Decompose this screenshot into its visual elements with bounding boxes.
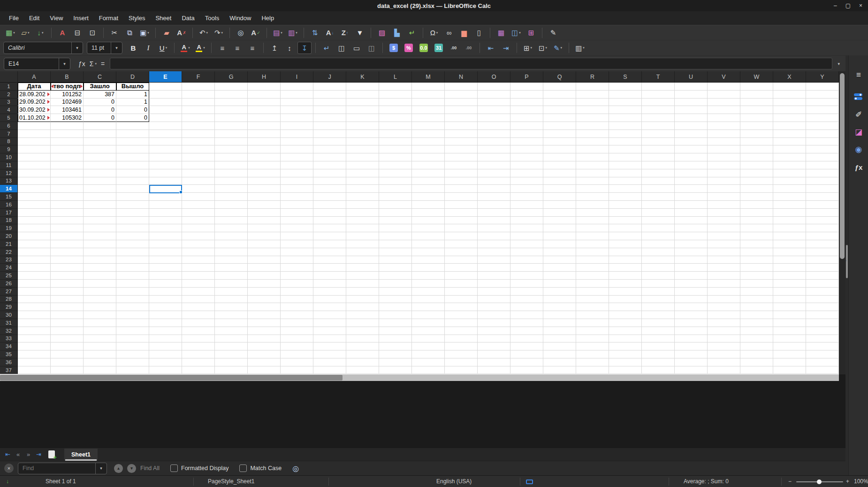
- cell-E8[interactable]: [149, 138, 182, 146]
- cell-Q16[interactable]: [543, 201, 576, 209]
- headers-footers-icon[interactable]: ▯: [472, 27, 486, 39]
- split-window-icon[interactable]: ◫▾: [509, 27, 523, 39]
- cell-H28[interactable]: [248, 296, 281, 304]
- cell-K16[interactable]: [346, 201, 379, 209]
- cell-A15[interactable]: [18, 193, 51, 201]
- cell-R15[interactable]: [576, 193, 609, 201]
- close-icon[interactable]: ×: [859, 2, 862, 9]
- cell-L5[interactable]: [379, 114, 412, 122]
- cell-U27[interactable]: [675, 288, 708, 296]
- cell-B15[interactable]: [51, 193, 84, 201]
- font-color-icon[interactable]: A▾: [178, 42, 192, 54]
- cell-M11[interactable]: [412, 161, 445, 169]
- cell-A3[interactable]: 29.09.202: [18, 99, 51, 107]
- cell-J18[interactable]: [313, 217, 346, 225]
- cell-X19[interactable]: [773, 224, 806, 232]
- cell-X7[interactable]: [773, 130, 806, 138]
- cell-V29[interactable]: [708, 303, 740, 311]
- cell-B10[interactable]: [51, 153, 84, 161]
- cell-Q2[interactable]: [543, 91, 576, 99]
- cell-T20[interactable]: [642, 232, 675, 240]
- cell-V9[interactable]: [708, 145, 740, 153]
- cell-U11[interactable]: [675, 161, 708, 169]
- cell-W31[interactable]: [740, 319, 773, 327]
- cell-O13[interactable]: [478, 177, 510, 185]
- cell-S15[interactable]: [609, 193, 642, 201]
- cell-C3[interactable]: 0: [84, 99, 116, 107]
- cell-L14[interactable]: [379, 185, 412, 193]
- cell-H14[interactable]: [248, 185, 281, 193]
- cell-J9[interactable]: [313, 145, 346, 153]
- cell-W3[interactable]: [740, 99, 773, 107]
- cell-G29[interactable]: [215, 303, 248, 311]
- formula-input[interactable]: [110, 58, 832, 69]
- cell-A24[interactable]: [18, 264, 51, 272]
- cell-N11[interactable]: [445, 161, 478, 169]
- cell-M16[interactable]: [412, 201, 445, 209]
- cell-S13[interactable]: [609, 177, 642, 185]
- cell-B2[interactable]: 101252: [51, 91, 84, 99]
- cell-O31[interactable]: [478, 319, 510, 327]
- cell-F11[interactable]: [182, 161, 215, 169]
- cell-G13[interactable]: [215, 177, 248, 185]
- cell-S22[interactable]: [609, 248, 642, 256]
- cell-W26[interactable]: [740, 280, 773, 288]
- cell-C11[interactable]: [84, 161, 116, 169]
- cell-P4[interactable]: [510, 106, 543, 114]
- cell-U17[interactable]: [675, 209, 708, 217]
- cell-C12[interactable]: [84, 169, 116, 177]
- cell-W34[interactable]: [740, 342, 773, 350]
- cell-C21[interactable]: [84, 240, 116, 248]
- cell-E26[interactable]: [149, 280, 182, 288]
- cell-N4[interactable]: [445, 106, 478, 114]
- cell-L11[interactable]: [379, 161, 412, 169]
- cell-U29[interactable]: [675, 303, 708, 311]
- cell-H8[interactable]: [248, 138, 281, 146]
- cell-O35[interactable]: [478, 350, 510, 358]
- insert-comment-icon[interactable]: ▆: [457, 27, 471, 39]
- cell-K33[interactable]: [346, 335, 379, 343]
- cell-D37[interactable]: [116, 366, 149, 374]
- cell-M26[interactable]: [412, 280, 445, 288]
- menu-styles[interactable]: Styles: [123, 12, 150, 24]
- cell-R36[interactable]: [576, 358, 609, 366]
- cell-H19[interactable]: [248, 224, 281, 232]
- cell-Y3[interactable]: [806, 99, 839, 107]
- menu-help[interactable]: Help: [256, 12, 279, 24]
- cell-H36[interactable]: [248, 358, 281, 366]
- cell-C28[interactable]: [84, 296, 116, 304]
- cell-Q32[interactable]: [543, 327, 576, 335]
- column-header-F[interactable]: F: [182, 71, 215, 83]
- cell-H13[interactable]: [248, 177, 281, 185]
- row-header-13[interactable]: 13: [0, 177, 18, 185]
- cell-O26[interactable]: [478, 280, 510, 288]
- cell-W20[interactable]: [740, 232, 773, 240]
- cell-N34[interactable]: [445, 342, 478, 350]
- cell-V6[interactable]: [708, 122, 740, 130]
- cell-I12[interactable]: [281, 169, 313, 177]
- cell-Y10[interactable]: [806, 153, 839, 161]
- cell-J31[interactable]: [313, 319, 346, 327]
- cell-S11[interactable]: [609, 161, 642, 169]
- cell-K23[interactable]: [346, 256, 379, 264]
- menu-format[interactable]: Format: [94, 12, 123, 24]
- zoom-slider[interactable]: [796, 481, 843, 482]
- cell-K29[interactable]: [346, 303, 379, 311]
- cell-D33[interactable]: [116, 335, 149, 343]
- cell-F30[interactable]: [182, 311, 215, 319]
- row-header-29[interactable]: 29: [0, 303, 18, 311]
- menu-edit[interactable]: Edit: [24, 12, 45, 24]
- find-previous-icon[interactable]: ▴: [114, 464, 123, 473]
- cell-D5[interactable]: 0: [116, 114, 149, 122]
- cell-W29[interactable]: [740, 303, 773, 311]
- cell-H16[interactable]: [248, 201, 281, 209]
- cell-V27[interactable]: [708, 288, 740, 296]
- cell-W2[interactable]: [740, 91, 773, 99]
- column-header-Y[interactable]: Y: [806, 71, 839, 83]
- insert-image-icon[interactable]: ▨: [375, 27, 389, 39]
- cell-E1[interactable]: [149, 83, 182, 91]
- cell-O21[interactable]: [478, 240, 510, 248]
- cell-U9[interactable]: [675, 145, 708, 153]
- cell-F32[interactable]: [182, 327, 215, 335]
- format-date-icon[interactable]: 31: [432, 42, 446, 54]
